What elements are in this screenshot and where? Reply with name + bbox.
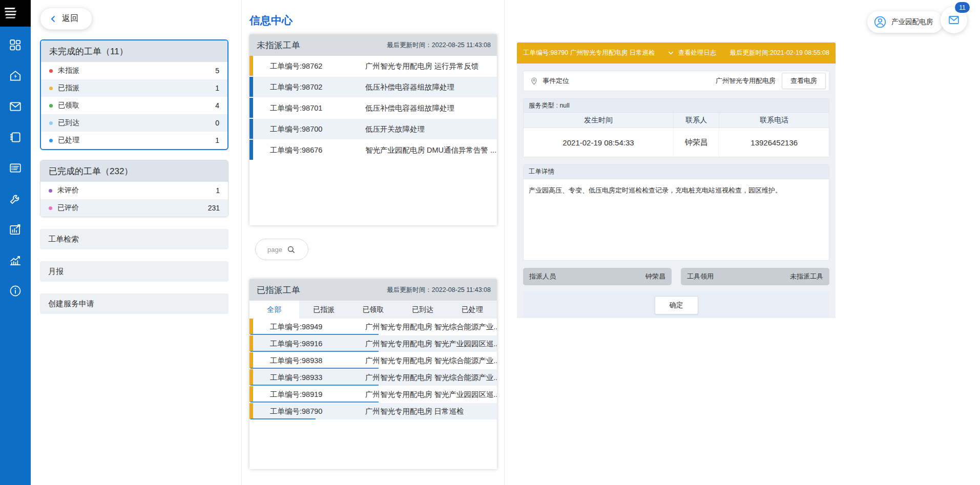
list-icon[interactable] <box>0 153 31 183</box>
event-location-row: 事件定位 广州智光专用配电房 查看电房 <box>523 71 829 91</box>
order-description: 低压开关故障处理 <box>365 124 497 134</box>
work-order-row[interactable]: 工单编号:98676 智光产业园配电房 DMU通信异常告警 ... <box>249 140 497 161</box>
confirm-strip: 确定 <box>523 292 829 318</box>
order-number: 工单编号:98702 <box>270 82 365 92</box>
info-icon[interactable] <box>0 276 31 306</box>
contact-phone-value: 13926452136 <box>719 128 829 157</box>
stat-row-processed[interactable]: 已处理 1 <box>41 132 227 149</box>
tab-all[interactable]: 全部 <box>249 301 299 319</box>
status-dot <box>49 87 53 90</box>
stat-count: 231 <box>208 204 220 212</box>
stat-row-arrived[interactable]: 已到达 0 <box>41 114 227 132</box>
notebook-icon[interactable] <box>0 122 31 153</box>
service-info-card: 服务类型 : null 发生时间 联系人 联系电话 2021-02-19 08:… <box>523 98 829 157</box>
status-dot <box>49 139 53 142</box>
wrench-icon[interactable] <box>0 183 31 214</box>
tools-pill[interactable]: 工具领用 未指派工具 <box>681 268 829 285</box>
page-search-value: page <box>267 246 282 254</box>
finished-orders-card[interactable]: 已完成的工单（232） 未评价 1 已评价 231 <box>40 160 228 217</box>
unfinished-orders-card[interactable]: 未完成的工单（11） 未指派 5 已指派 1 已领取 4 已到达 0 已处理 1 <box>40 39 228 150</box>
tab-processed[interactable]: 已处理 <box>447 301 497 319</box>
stat-row-unassigned[interactable]: 未指派 5 <box>41 62 227 79</box>
stat-label: 已指派 <box>58 83 79 93</box>
report-icon[interactable] <box>0 214 31 245</box>
order-number: 工单编号:98790 <box>270 407 365 416</box>
stat-count: 1 <box>215 84 219 92</box>
dashboard-icon[interactable] <box>0 30 31 60</box>
menu-item-order-search[interactable]: 工单检索 <box>40 229 228 249</box>
unfinished-orders-title: 未完成的工单（11） <box>41 40 227 62</box>
order-detail-text: 产业园高压、专变、低压电房定时巡检检查记录，充电桩充电站巡视检查，园区维护。 <box>524 179 829 260</box>
priority-bar <box>249 352 253 368</box>
brand-logo <box>0 0 31 27</box>
order-description: 广州智光专用配电房 智光产业园园区巡... <box>365 339 497 349</box>
order-number: 工单编号:98949 <box>270 322 365 332</box>
finished-orders-title: 已完成的工单（232） <box>40 160 228 182</box>
confirm-button[interactable]: 确定 <box>655 296 698 314</box>
menu-item-create-request[interactable]: 创建服务申请 <box>40 293 228 314</box>
tab-assigned[interactable]: 已指派 <box>299 301 349 319</box>
order-description: 广州智光专用配电房 智光综合能源产业... <box>365 322 497 332</box>
unassigned-updated-time: 最后更新时间：2022-08-25 11:43:08 <box>387 41 491 50</box>
stat-count: 1 <box>216 186 220 195</box>
work-order-row-selected[interactable]: 工单编号:98790 广州智光专用配电房 日常巡检 <box>249 403 497 420</box>
work-order-row[interactable]: 工单编号:98700 低压开关故障处理 <box>249 119 497 140</box>
stat-row-assigned[interactable]: 已指派 1 <box>41 79 227 97</box>
work-order-row[interactable]: 工单编号:98702 低压补偿电容器组故障处理 <box>249 77 497 98</box>
work-order-row[interactable]: 工单编号:98938 广州智光专用配电房 智光综合能源产业... <box>249 352 497 369</box>
assignee-pill[interactable]: 指派人员 钟荣昌 <box>523 268 672 285</box>
assigned-orders-panel: 已指派工单 最后更新时间：2022-08-25 11:43:08 全部 已指派 … <box>249 279 497 469</box>
home-icon[interactable] <box>0 60 31 91</box>
priority-bar <box>249 403 253 419</box>
menu-item-monthly-report[interactable]: 月报 <box>40 261 228 282</box>
stat-label: 已领取 <box>58 101 79 110</box>
work-order-row[interactable]: 工单编号:98933 广州智光专用配电房 智光综合能源产业... <box>249 369 497 386</box>
detail-column: 产业园配电房 11 工单编号:98790 广州智光专用配电房 日常巡检 查看处理… <box>505 0 980 485</box>
selected-order-header[interactable]: 工单编号:98790 广州智光专用配电房 日常巡检 查看处理日志 最后更新时间:… <box>517 43 836 64</box>
work-order-row[interactable]: 工单编号:98762 广州智光专用配电房 运行异常反馈 <box>249 56 497 77</box>
back-label: 返回 <box>62 13 78 24</box>
back-button[interactable]: 返回 <box>40 8 92 30</box>
status-dot <box>49 121 53 125</box>
column-occurrence-time: 发生时间 <box>524 113 673 128</box>
status-dot <box>49 69 53 73</box>
stat-count: 0 <box>215 119 219 127</box>
assignee-value: 钟荣昌 <box>645 272 665 281</box>
trend-icon[interactable] <box>0 245 31 276</box>
unassigned-orders-panel: 未指派工单 最后更新时间：2022-08-25 11:43:08 工单编号:98… <box>249 34 497 225</box>
view-log-link[interactable]: 查看处理日志 <box>667 49 716 57</box>
user-label: 产业园配电房 <box>891 17 933 27</box>
stat-row-claimed[interactable]: 已领取 4 <box>41 97 227 114</box>
stat-row-unrated[interactable]: 未评价 1 <box>40 182 228 199</box>
stat-count: 4 <box>215 101 219 110</box>
chevron-down-icon <box>667 49 675 57</box>
order-number: 工单编号:98938 <box>270 356 365 366</box>
occurrence-time-value: 2021-02-19 08:54:33 <box>524 128 673 157</box>
status-dot <box>49 206 52 210</box>
view-power-room-button[interactable]: 查看电房 <box>782 73 826 89</box>
page-search-field[interactable]: page <box>255 239 308 260</box>
stat-label: 已评价 <box>57 203 79 213</box>
order-description: 智光产业园配电房 DMU通信异常告警 ... <box>365 145 497 155</box>
order-description: 广州智光专用配电房 运行异常反馈 <box>365 61 497 71</box>
priority-bar <box>249 335 253 351</box>
stat-row-rated[interactable]: 已评价 231 <box>40 199 228 217</box>
tab-claimed[interactable]: 已领取 <box>348 301 398 319</box>
work-order-row[interactable]: 工单编号:98916 广州智光专用配电房 智光产业园园区巡... <box>249 335 497 352</box>
priority-bar <box>249 119 253 139</box>
left-panel: 返回 未完成的工单（11） 未指派 5 已指派 1 已领取 4 已到达 0 已处… <box>31 0 242 485</box>
sidebar-nav <box>0 30 31 306</box>
assignment-row: 指派人员 钟荣昌 工具领用 未指派工具 <box>523 268 829 285</box>
service-table-header: 发生时间 联系人 联系电话 <box>524 113 829 128</box>
order-description: 广州智光专用配电房 日常巡检 <box>365 407 497 416</box>
user-icon <box>873 15 887 29</box>
user-account-button[interactable]: 产业园配电房 <box>867 11 943 33</box>
tab-arrived[interactable]: 已到达 <box>398 301 448 319</box>
stat-count: 1 <box>215 136 219 144</box>
unassigned-list-empty-area <box>249 161 497 225</box>
work-order-row[interactable]: 工单编号:98701 低压补偿电容器组故障处理 <box>249 98 497 119</box>
work-order-row[interactable]: 工单编号:98919 广州智光专用配电房 智光产业园园区巡... <box>249 386 497 403</box>
assigned-status-tabs: 全部 已指派 已领取 已到达 已处理 <box>249 301 497 319</box>
mail-icon[interactable] <box>0 91 31 122</box>
work-order-row[interactable]: 工单编号:98949 广州智光专用配电房 智光综合能源产业... <box>249 319 497 335</box>
